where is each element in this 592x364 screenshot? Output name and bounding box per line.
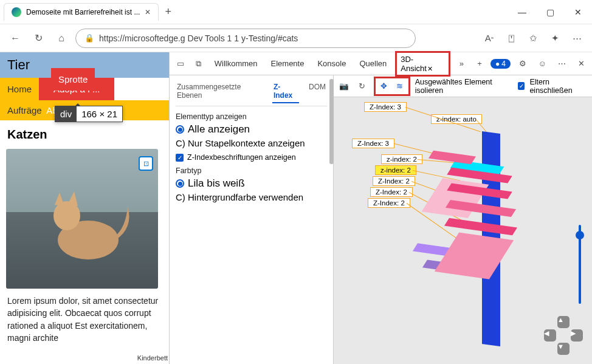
3d-block <box>444 218 517 236</box>
radio-purple-white[interactable]: Lila bis weiß <box>176 177 327 190</box>
zlabel[interactable]: Z-Index: 2 <box>373 176 415 186</box>
dpad-up[interactable]: ▲ <box>557 316 570 328</box>
tab-elements[interactable]: Elemente <box>266 55 309 72</box>
devtools-tabs: ▭ ⧉ Willkommen Elemente Konsole Quellen … <box>170 52 592 75</box>
minimize-button[interactable]: — <box>508 0 536 24</box>
nav-adopt[interactable]: Sprotte Adopt a P... <box>39 78 114 100</box>
section-heading: Katzen <box>0 120 169 146</box>
layers-icon[interactable]: ≋ <box>393 79 407 94</box>
close-window-button[interactable]: ✕ <box>564 0 592 24</box>
radio-stack-contexts[interactable]: C) Nur Stapelkontexte anzeigen <box>176 138 327 148</box>
svg-marker-3 <box>68 191 78 206</box>
new-tab-button[interactable]: + <box>165 5 171 18</box>
close-tab-icon[interactable]: ✕ <box>427 65 433 72</box>
tooltip-dims: 166 × 21 <box>77 106 122 122</box>
pan-icon[interactable]: ✥ <box>377 79 391 94</box>
subtab-z-index[interactable]: Z-Index <box>272 80 299 103</box>
checkbox-zindex-labels[interactable]: ✓ Z-Indexbeschriftungen anzeigen <box>176 153 327 162</box>
devtools: ▭ ⧉ Willkommen Elemente Konsole Quellen … <box>169 52 592 364</box>
dpad-right[interactable]: ▶ <box>571 329 583 342</box>
feedback-icon[interactable]: ☺ <box>535 57 549 71</box>
edge-icon <box>12 7 21 17</box>
cat-image: ⊡ <box>6 149 158 289</box>
translate-icon[interactable]: ⍞ <box>502 29 520 47</box>
url-input[interactable]: 🔒 https://microsoftedge.g Dev Tools 1 1 … <box>75 29 416 48</box>
tab-console[interactable]: Konsole <box>312 55 351 72</box>
subtab-dom[interactable]: DOM <box>308 80 327 103</box>
back-button[interactable]: ← <box>6 29 24 47</box>
subtabs: Zusammengesetzte Ebenen Z-Index DOM <box>176 80 327 106</box>
dpad: ▲ ◀▶ ▼ <box>543 315 583 355</box>
nav-home[interactable]: Home <box>0 78 39 100</box>
isolate-label: Ausgewähltes Element isolieren <box>415 78 513 95</box>
element-dimensions-tooltip: div 166 × 21 <box>55 106 123 122</box>
address-bar: ← ↻ ⌂ 🔒 https://microsoftedge.g Dev Tool… <box>0 24 592 52</box>
favorites-icon[interactable]: ✩ <box>524 29 542 47</box>
cat-illustration <box>30 167 134 270</box>
sprotte-label: Sprotte <box>51 68 95 91</box>
more-icon[interactable]: ⋯ <box>568 29 586 47</box>
reading-mode-icon[interactable]: A» <box>480 29 498 47</box>
tab-title: Demoseite mit Barrierefreiheit ist ... <box>26 8 140 16</box>
checkbox-icon: ✓ <box>176 154 184 162</box>
highlighted-tools: ✥ ≋ <box>374 77 410 96</box>
browser-tab[interactable]: Demoseite mit Barrierefreiheit ist ... ✕ <box>4 3 159 21</box>
colortype-title: Farbtyp <box>176 167 327 175</box>
reset-view-icon[interactable]: ↻ <box>356 79 369 94</box>
parents-checkbox[interactable]: ✓ <box>518 82 525 90</box>
settings-icon[interactable]: ⚙ <box>515 57 530 71</box>
radio-background-color[interactable]: C) Hintergrundfarbe verwenden <box>176 192 327 202</box>
lorem-text: Lorem ipsum dolor, sit amet consectetur … <box>0 291 169 348</box>
svg-marker-2 <box>55 193 64 206</box>
3d-toolbar: 📷 ↻ ✥ ≋ Ausgewähltes Element isolieren ✓… <box>334 75 592 97</box>
radio-icon <box>176 179 184 188</box>
titlebar: Demoseite mit Barrierefreiheit ist ... ✕… <box>0 0 592 24</box>
kinder-label: Kinderbett <box>137 354 168 362</box>
zlabel[interactable]: Z-Index: 3 <box>352 139 394 148</box>
tab-3d-view[interactable]: 3D-Ansicht✕ <box>395 51 450 77</box>
page-content: Tier Home Sprotte Adopt a P... div 166 ×… <box>0 52 169 364</box>
3d-canvas[interactable]: Z-Index: 3 z-index: auto Z-Index: 3 z-in… <box>334 97 592 364</box>
inspect-icon[interactable]: ▭ <box>173 57 188 71</box>
z-index-settings-panel: Zusammengesetzte Ebenen Z-Index DOM Elem… <box>170 75 334 364</box>
scrollbar-thumb[interactable] <box>329 79 334 164</box>
3d-view-panel: 📷 ↻ ✥ ≋ Ausgewähltes Element isolieren ✓… <box>334 75 592 364</box>
nav-auftrage[interactable]: Aufträge <box>7 105 42 115</box>
elementtype-title: Elementtyp anzeigen <box>176 112 327 121</box>
zoom-slider[interactable] <box>579 225 581 304</box>
home-button[interactable]: ⌂ <box>52 29 71 47</box>
maximize-button[interactable]: ▢ <box>536 0 564 24</box>
tooltip-tag: div <box>55 106 77 122</box>
zlabel[interactable]: Z-Index: 3 <box>364 102 407 112</box>
dpad-left[interactable]: ◀ <box>544 329 556 342</box>
dpad-down[interactable]: ▼ <box>557 343 570 355</box>
screenshot-icon[interactable]: 📷 <box>337 79 351 94</box>
subtab-composited[interactable]: Zusammengesetzte Ebenen <box>176 80 264 103</box>
add-tab-icon[interactable]: + <box>472 57 487 71</box>
zlabel[interactable]: Z-Index: 2 <box>370 187 413 197</box>
3d-block <box>435 233 514 280</box>
url-text: https://microsoftedge.g Dev Tools 1 1 y-… <box>99 33 298 43</box>
zlabel[interactable]: Z-Index: 2 <box>368 198 410 208</box>
tab-welcome[interactable]: Willkommen <box>210 55 263 72</box>
visual-search-icon[interactable]: ⊡ <box>139 156 153 171</box>
lock-icon: 🔒 <box>84 33 94 43</box>
kebab-icon[interactable]: ⋯ <box>554 57 569 71</box>
copilot-icon[interactable]: ✦ <box>546 29 564 47</box>
parents-label: Eltern einschließen <box>529 78 588 95</box>
zlabel-selected[interactable]: z-index: 2 <box>375 165 416 175</box>
radio-show-all[interactable]: Alle anzeigen <box>176 123 327 136</box>
device-icon[interactable]: ⧉ <box>191 57 206 71</box>
window-controls: — ▢ ✕ <box>508 0 592 24</box>
zlabel[interactable]: z-index: 2 <box>381 154 422 164</box>
close-tab-icon[interactable]: ✕ <box>145 8 151 16</box>
close-devtools-icon[interactable]: ✕ <box>574 57 588 71</box>
more-tabs-icon[interactable]: » <box>454 57 469 71</box>
issues-badge[interactable]: ● 4 <box>490 59 511 69</box>
zlabel[interactable]: z-index: auto <box>431 114 482 124</box>
refresh-button[interactable]: ↻ <box>29 29 47 47</box>
radio-icon <box>176 125 184 134</box>
tab-sources[interactable]: Quellen <box>354 55 391 72</box>
